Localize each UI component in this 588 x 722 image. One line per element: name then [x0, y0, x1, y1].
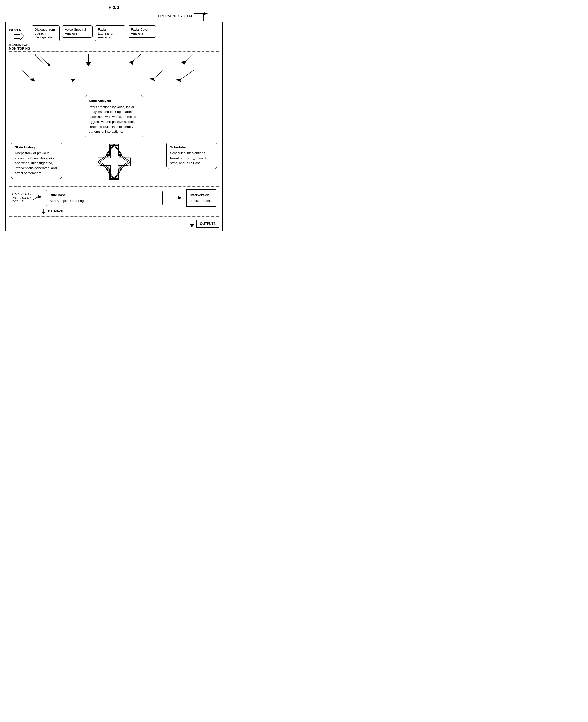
voice-arrow-icon [86, 54, 91, 66]
rule-base-body: See Sample Rules Pages [50, 198, 159, 203]
input-box-facial-color: Facial Color Analysis [128, 25, 156, 38]
svg-line-19 [179, 70, 194, 81]
ai-arrow-icon [33, 195, 42, 201]
database-arrow-icon [40, 209, 47, 214]
page-title: Fig. 1 [5, 5, 223, 9]
intervention-title: Intervention [190, 193, 212, 198]
rule-base-box: Rule Base See Sample Rules Pages [46, 190, 163, 206]
scheduler-title: Scheduler [170, 145, 213, 150]
svg-marker-25 [106, 144, 122, 155]
svg-marker-20 [176, 79, 181, 82]
intervention-body: Spoken or text [190, 198, 212, 203]
facial-color-arrow-icon [179, 54, 194, 66]
state-history-box: State History Keeps track of previous st… [11, 142, 62, 179]
scheduler-body: Schedules interventions based on history… [170, 151, 213, 166]
facial-expr-arrow-icon [127, 54, 143, 66]
inputs-label: INPUTS [9, 28, 21, 32]
inputs-arrow-icon [14, 33, 24, 40]
arrow-from-facial-color [171, 68, 197, 82]
svg-marker-16 [71, 79, 75, 82]
state-history-title: State History [15, 145, 58, 150]
input-box-facial-expression: Facial Expression Analysis [95, 25, 125, 41]
svg-line-13 [21, 70, 33, 80]
svg-marker-8 [86, 62, 91, 66]
center-arrows [66, 142, 162, 182]
svg-marker-1 [204, 12, 208, 15]
rule-to-intervention-arrow-icon [167, 194, 182, 202]
svg-marker-3 [14, 33, 24, 40]
svg-marker-30 [38, 195, 42, 198]
state-analyzer-box: State Analyzer Infers emotions by voice,… [85, 95, 143, 138]
outputs-label: OUTPUTS [200, 222, 216, 225]
svg-marker-32 [178, 196, 182, 200]
middle-section: State History Keeps track of previous st… [11, 142, 217, 182]
arrow-from-dialogue [19, 68, 39, 82]
arrow-from-facial-expr [146, 68, 166, 82]
svg-marker-10 [128, 61, 133, 65]
inputs-section: INPUTS [9, 25, 29, 40]
svg-marker-12 [181, 61, 186, 65]
svg-marker-14 [30, 78, 35, 82]
four-way-arrows-icon [98, 144, 130, 180]
database-label: DATABASE [48, 209, 64, 213]
outputs-box: OUTPUTS [196, 220, 219, 227]
svg-marker-28 [120, 154, 130, 169]
os-label: OPERATING SYSTEM [158, 14, 192, 18]
outputs-arrow-icon [189, 220, 194, 227]
ai-label: ARTIFICIALLY INTELLIGENT SYSTEM [12, 193, 31, 203]
rule-base-title: Rule Base [50, 193, 159, 198]
fig-title: Fig. 1 [109, 5, 119, 9]
state-history-body: Keeps track of previous states. Includes… [15, 151, 58, 176]
ai-label-section: ARTIFICIALLY INTELLIGENT SYSTEM [12, 193, 42, 203]
input-box-voice-spectral: Voice Spectral Analysis [62, 25, 92, 38]
svg-marker-5 [36, 54, 48, 66]
arrow-from-voice [70, 68, 76, 82]
state-analyzer-body: Infers emotions by voice, facial analyse… [89, 104, 140, 134]
svg-marker-4 [37, 54, 50, 66]
dialogue-arrow-icon [35, 54, 50, 66]
monitoring-boundary: State Analyzer Infers emotions by voice,… [9, 52, 219, 184]
intervention-box: Intervention Spoken or text [186, 189, 216, 207]
input-box-dialogue: Dialogue from Speech Recognition [32, 25, 60, 41]
means-monitoring-label: MEANS FOR MONITORING [9, 43, 30, 51]
scheduler-box: Scheduler Schedules interventions based … [166, 142, 217, 169]
svg-marker-26 [106, 169, 122, 180]
svg-marker-27 [98, 154, 108, 169]
main-diagram: INPUTS Dialogue from Speech Recognition … [5, 22, 223, 232]
os-arrow-icon [194, 12, 208, 21]
svg-marker-34 [42, 212, 45, 214]
state-analyzer-title: State Analyzer [89, 98, 140, 103]
svg-line-17 [152, 70, 164, 80]
ai-system-boundary: ARTIFICIALLY INTELLIGENT SYSTEM Rule Bas… [9, 186, 219, 217]
svg-marker-36 [190, 224, 194, 227]
